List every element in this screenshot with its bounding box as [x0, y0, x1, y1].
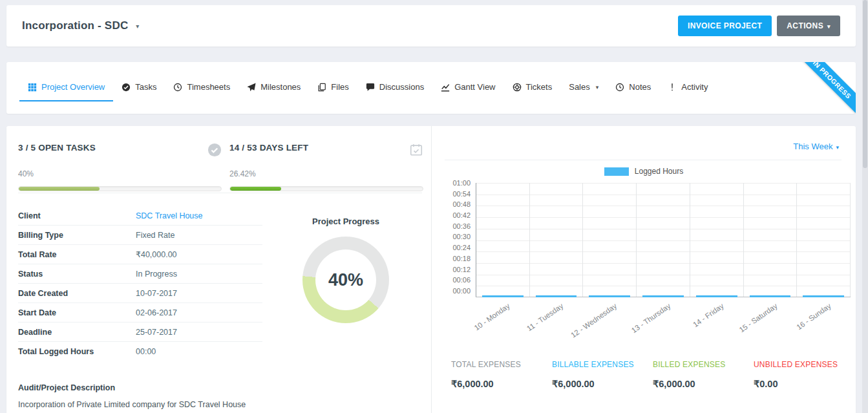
divider — [18, 193, 422, 193]
paper-plane-icon — [247, 83, 256, 92]
page-title: Incorporation - SDC — [22, 19, 128, 32]
unbilled-expenses: UNBILLED EXPENSES₹0.00 — [754, 360, 854, 389]
client-link[interactable]: SDC Travel House — [136, 211, 203, 220]
chart-column: 15 - Saturday — [744, 183, 798, 297]
scrollbar-thumb[interactable] — [863, 0, 867, 168]
chevron-down-icon: ▾ — [827, 23, 831, 30]
tab-milestones[interactable]: Milestones — [238, 79, 309, 100]
project-progress-title: Project Progress — [284, 217, 407, 226]
logged-hours-chart: 10 - Monday 11 - Tuesday 12 - Wednesday … — [476, 183, 851, 297]
logged-hours-panel: This Week▾ Logged Hours 01:00 00:54 00:4… — [432, 126, 856, 413]
project-progress-value: 40% — [302, 237, 389, 323]
tab-bar: Project Overview Tasks Timesheets Milest… — [6, 62, 856, 101]
tabs-card: Project Overview Tasks Timesheets Milest… — [6, 62, 856, 114]
bar-thursday — [642, 295, 684, 297]
grid-icon — [28, 83, 37, 92]
chart-y-axis: 01:00 00:54 00:48 00:42 00:36 00:30 00:2… — [432, 183, 471, 298]
tab-label: Activity — [681, 82, 708, 92]
tab-label: Files — [331, 82, 348, 92]
chevron-down-icon: ▾ — [836, 144, 839, 151]
tab-tasks[interactable]: Tasks — [113, 79, 165, 100]
project-progress-donut: 40% — [302, 237, 389, 323]
project-details-list: ClientSDC Travel House Billing TypeFixed… — [18, 206, 262, 361]
tab-label: Tasks — [135, 82, 156, 92]
clock-icon — [173, 83, 182, 92]
detail-row: Total Rate₹40,000.00 — [18, 245, 262, 264]
tab-timesheets[interactable]: Timesheets — [165, 79, 238, 100]
tab-label: Notes — [629, 82, 651, 92]
tab-files[interactable]: Files — [309, 79, 357, 100]
invoice-project-button[interactable]: INVOICE PROJECT — [678, 16, 772, 36]
detail-row: Date Created10-07-2017 — [18, 284, 262, 303]
expenses-summary: TOTAL EXPENSES₹6,000.00 BILLABLE EXPENSE… — [451, 360, 854, 389]
legend-swatch — [604, 167, 629, 176]
tab-label: Tickets — [526, 82, 553, 92]
bar-friday — [696, 295, 737, 297]
tab-label: Sales — [569, 82, 590, 92]
days-left-stat: 14 / 53 DAYS LEFT 26.42% — [229, 143, 423, 191]
days-left-progress-fill — [230, 187, 281, 191]
chart-column: 16 - Sunday — [797, 183, 851, 297]
files-icon — [317, 83, 326, 92]
chart-column: 10 - Monday — [476, 183, 530, 297]
project-summary-panel: 3 / 5 OPEN TASKS 40% 14 / 53 DAYS LEFT 2… — [6, 126, 432, 413]
tab-label: Discussions — [379, 82, 424, 92]
total-expenses: TOTAL EXPENSES₹6,000.00 — [451, 360, 552, 389]
chart-column: 11 - Tuesday — [530, 183, 584, 297]
scrollbar[interactable] — [862, 0, 868, 413]
open-tasks-stat: 3 / 5 OPEN TASKS 40% — [18, 143, 222, 191]
period-selector[interactable]: This Week▾ — [793, 142, 839, 151]
chart-line-icon — [441, 83, 450, 92]
clock-icon — [615, 83, 624, 92]
check-circle-icon — [122, 83, 131, 92]
bar-monday — [482, 295, 524, 297]
chart-column: 12 - Wednesday — [583, 183, 637, 297]
detail-row: Start Date02-06-2017 — [18, 303, 262, 323]
tab-tickets[interactable]: Tickets — [504, 79, 561, 100]
comment-icon — [366, 83, 375, 92]
detail-row: ClientSDC Travel House — [18, 206, 262, 226]
bar-sunday — [803, 295, 844, 297]
tab-label: Gantt View — [454, 82, 495, 92]
main-card: 3 / 5 OPEN TASKS 40% 14 / 53 DAYS LEFT 2… — [6, 126, 856, 413]
open-tasks-progressbar — [18, 186, 222, 191]
detail-row: Total Logged Hours00:00 — [18, 342, 262, 361]
days-left-progressbar — [229, 186, 423, 191]
detail-row: Deadline25-07-2017 — [18, 323, 262, 342]
description-heading: Audit/Project Description — [18, 383, 115, 392]
tab-label: Milestones — [260, 82, 301, 92]
project-overview-page: { "ui": { "caret": "▾" }, "header": { "t… — [0, 0, 868, 413]
billed-expenses: BILLED EXPENSES₹6,000.00 — [653, 360, 754, 389]
tab-project-overview[interactable]: Project Overview — [19, 79, 113, 101]
actions-button[interactable]: ACTIONS▾ — [777, 16, 840, 36]
title-dropdown-caret-icon[interactable]: ▾ — [136, 23, 139, 30]
bar-wednesday — [589, 295, 630, 297]
detail-row: StatusIn Progress — [18, 264, 262, 284]
chart-column: 14 - Friday — [690, 183, 744, 297]
bar-saturday — [750, 295, 791, 297]
calendar-check-icon — [409, 143, 423, 160]
days-left-percent: 26.42% — [229, 169, 423, 178]
days-left-title: 14 / 53 DAYS LEFT — [229, 143, 308, 153]
open-tasks-percent: 40% — [18, 169, 222, 178]
header-card: Incorporation - SDC ▾ INVOICE PROJECT AC… — [6, 5, 856, 47]
chart-column: 13 - Thursday — [637, 183, 690, 297]
tab-activity[interactable]: Activity — [659, 79, 716, 100]
description-text: Incorporation of Private Limited company… — [18, 400, 246, 409]
chevron-down-icon: ▾ — [596, 84, 599, 90]
tab-gantt-view[interactable]: Gantt View — [432, 79, 503, 100]
project-progress-widget: Project Progress 40% — [284, 217, 407, 323]
tab-discussions[interactable]: Discussions — [357, 79, 432, 100]
tab-label: Timesheets — [187, 82, 230, 92]
legend-label: Logged Hours — [635, 167, 683, 176]
tab-label: Project Overview — [41, 82, 105, 92]
open-tasks-title: 3 / 5 OPEN TASKS — [18, 143, 96, 153]
tab-notes[interactable]: Notes — [607, 79, 659, 100]
tab-sales[interactable]: Sales ▾ — [560, 79, 607, 100]
check-circle-icon — [207, 143, 222, 160]
chart-legend: Logged Hours — [432, 167, 856, 176]
life-ring-icon — [513, 83, 522, 92]
bar-tuesday — [536, 295, 577, 297]
detail-row: Billing TypeFixed Rate — [18, 226, 262, 245]
divider — [445, 160, 842, 160]
